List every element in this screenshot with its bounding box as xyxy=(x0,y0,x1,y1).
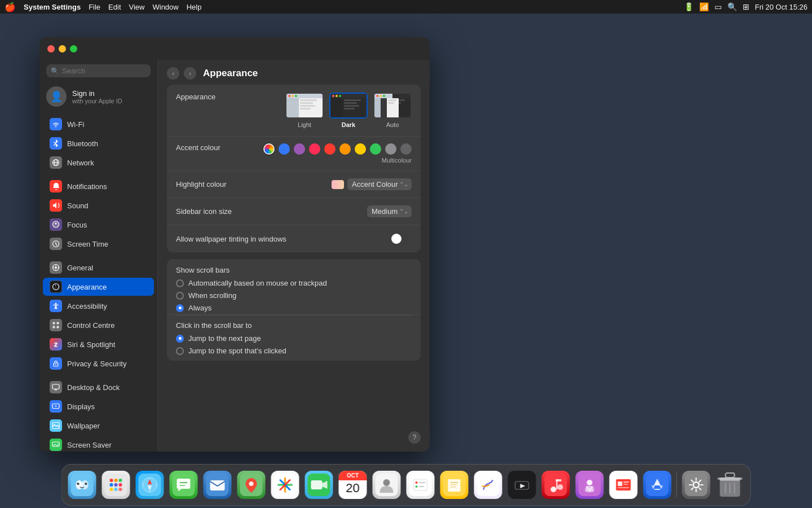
jump-spot-radio[interactable] xyxy=(176,347,184,355)
sidebar-item-siri[interactable]: Siri & Spotlight xyxy=(43,335,154,353)
menubar-edit[interactable]: Edit xyxy=(108,3,121,11)
dock-item-freeform[interactable] xyxy=(473,469,504,501)
dock-item-finder[interactable] xyxy=(67,469,98,501)
accent-dot-purple[interactable] xyxy=(294,143,305,155)
dock-item-news[interactable] xyxy=(608,469,639,501)
dock-item-mail[interactable] xyxy=(202,469,233,501)
help-button[interactable]: ? xyxy=(408,431,421,444)
dock-item-notes[interactable] xyxy=(439,469,470,501)
minimize-button[interactable] xyxy=(59,45,66,52)
wallpaper-tinting-row: Allow wallpaper tinting in windows xyxy=(167,225,421,252)
dock-item-photos[interactable] xyxy=(270,469,301,501)
highlight-dropdown[interactable]: Accent Colour xyxy=(347,178,412,190)
apple-logo-icon[interactable]: 🍎 xyxy=(5,2,16,12)
sidebar-item-wifi[interactable]: Wi-Fi xyxy=(43,115,154,133)
dock-item-facetime[interactable] xyxy=(303,469,335,501)
appearance-auto-option[interactable]: Auto xyxy=(373,93,412,128)
sidebar-item-screentime[interactable]: Screen Time xyxy=(43,235,154,253)
sidebar-item-bluetooth[interactable]: Bluetooth xyxy=(43,134,154,152)
menubar-window[interactable]: Window xyxy=(152,3,178,11)
auto-label: Auto xyxy=(386,121,399,128)
accent-dot-green[interactable] xyxy=(370,143,381,155)
dock-item-sysprefs[interactable] xyxy=(681,469,712,501)
dock-item-contacts[interactable] xyxy=(371,469,403,501)
sidebar-item-accessibility[interactable]: Accessibility xyxy=(43,297,154,315)
sidebar-item-displays[interactable]: Displays xyxy=(43,397,154,415)
dark-label: Dark xyxy=(342,121,355,128)
scroll-when-scrolling-option[interactable]: When scrolling xyxy=(176,291,327,300)
search-input[interactable] xyxy=(62,67,146,75)
back-button[interactable]: ‹ xyxy=(167,67,179,80)
appearance-icon xyxy=(50,281,62,293)
desktop-icon xyxy=(50,381,62,393)
sidebar-item-screensaver[interactable]: Screen Saver xyxy=(43,436,154,452)
scroll-always-option[interactable]: Always xyxy=(176,304,327,312)
accent-dot-yellow[interactable] xyxy=(355,143,366,155)
jump-next-radio[interactable] xyxy=(176,335,184,343)
dock-item-music[interactable] xyxy=(540,469,572,501)
dock-item-podcasts[interactable] xyxy=(574,469,606,501)
control-centre-icon[interactable]: ⊞ xyxy=(743,2,749,11)
accent-dot-orange[interactable] xyxy=(339,143,351,155)
accent-dot-blue[interactable] xyxy=(279,143,290,155)
sidebar-item-general[interactable]: General xyxy=(43,259,154,277)
sidebar-item-privacy[interactable]: Privacy & Security xyxy=(43,354,154,373)
scroll-auto-label: Automatically based on mouse or trackpad xyxy=(188,279,327,287)
scroll-auto-radio[interactable] xyxy=(176,279,184,287)
dock-item-maps[interactable] xyxy=(236,469,267,501)
svg-point-36 xyxy=(114,483,118,487)
accent-sub-label: Multicolour xyxy=(382,157,412,164)
search-box[interactable]: 🔍 xyxy=(46,64,151,77)
accent-dot-gray[interactable] xyxy=(385,143,396,155)
sidebar-item-focus[interactable]: Focus xyxy=(43,216,154,234)
sidebar-item-network[interactable]: Network xyxy=(43,154,154,172)
sidebar-size-dropdown[interactable]: Medium Small Large xyxy=(367,205,412,217)
accent-dot-darkgray[interactable] xyxy=(400,143,412,155)
dock-item-trash[interactable] xyxy=(714,469,746,501)
click-scroll-options: Jump to the next page Jump to the spot t… xyxy=(176,334,286,355)
menubar-file[interactable]: File xyxy=(89,3,100,11)
svg-point-14 xyxy=(55,364,56,365)
maximize-button[interactable] xyxy=(70,45,77,52)
menubar-view[interactable]: View xyxy=(129,3,145,11)
sidebar-item-control[interactable]: Control Centre xyxy=(43,316,154,334)
jump-spot-option[interactable]: Jump to the spot that's clicked xyxy=(176,347,286,355)
scroll-auto-option[interactable]: Automatically based on mouse or trackpad xyxy=(176,279,327,287)
main-header: ‹ › Appearance xyxy=(158,60,430,85)
forward-button[interactable]: › xyxy=(184,67,196,80)
dock-item-appstore[interactable] xyxy=(642,469,673,501)
jump-next-option[interactable]: Jump to the next page xyxy=(176,334,286,343)
wallpaper-icon xyxy=(50,419,62,432)
svg-point-26 xyxy=(82,480,89,489)
dock-separator xyxy=(677,472,677,497)
dock-item-launchpad[interactable] xyxy=(100,469,132,501)
appearance-dark-option[interactable]: Dark xyxy=(329,93,368,128)
menubar-app-name[interactable]: System Settings xyxy=(24,3,81,11)
apple-id-item[interactable]: 👤 Sign in with your Apple ID xyxy=(39,83,157,110)
dark-thumb xyxy=(329,93,368,119)
dock-item-appletv[interactable] xyxy=(506,469,538,501)
svg-point-34 xyxy=(119,479,122,482)
menubar-help[interactable]: Help xyxy=(187,3,202,11)
accent-dot-pink[interactable] xyxy=(309,143,320,155)
dock-item-safari[interactable] xyxy=(134,469,166,501)
accent-dot-multicolour[interactable] xyxy=(263,143,275,155)
accent-dot-red[interactable] xyxy=(324,143,336,155)
dock-item-messages[interactable] xyxy=(168,469,200,501)
dock-item-reminders[interactable] xyxy=(405,469,436,501)
scroll-always-radio[interactable] xyxy=(176,304,184,312)
dock-item-calendar[interactable]: OCT 20 xyxy=(337,469,369,501)
svg-point-80 xyxy=(558,484,563,490)
sidebar-item-appearance[interactable]: Appearance xyxy=(43,278,154,296)
wallpaper-tinting-toggle[interactable] xyxy=(390,233,412,245)
scroll-bars-panel: Show scroll bars Automatically based on … xyxy=(167,259,421,361)
close-button[interactable] xyxy=(47,45,55,52)
sidebar-item-wallpaper[interactable]: Wallpaper xyxy=(43,417,154,435)
sidebar-item-sound[interactable]: Sound xyxy=(43,196,154,214)
appearance-light-option[interactable]: Light xyxy=(285,93,324,128)
sidebar-item-desktop[interactable]: Desktop & Dock xyxy=(43,378,154,396)
scroll-when-radio[interactable] xyxy=(176,292,184,300)
wallpaper-tinting-label: Allow wallpaper tinting in windows xyxy=(176,235,286,243)
sidebar-item-notifications[interactable]: Notifications xyxy=(43,177,154,195)
search-icon[interactable]: 🔍 xyxy=(727,2,737,11)
